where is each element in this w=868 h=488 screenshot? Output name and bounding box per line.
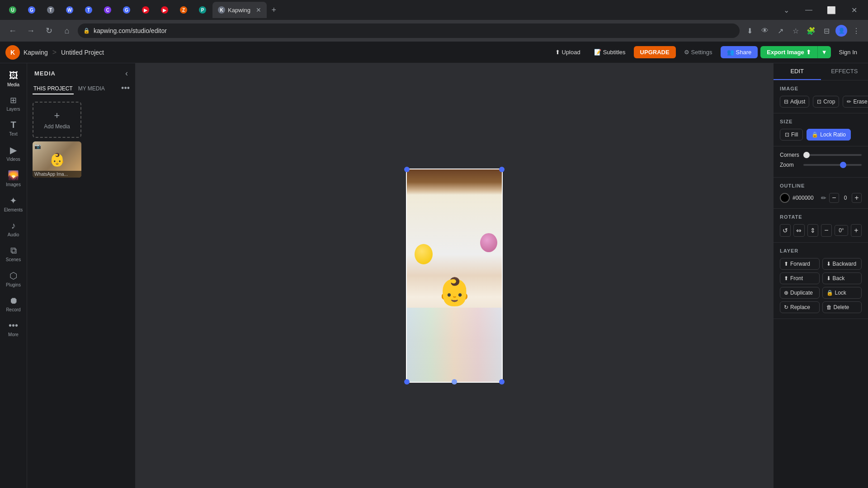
tab-google2[interactable]: G bbox=[118, 2, 136, 18]
lock-ratio-button[interactable]: 🔒 Lock Ratio bbox=[807, 129, 851, 141]
tab-wordpress[interactable]: W bbox=[61, 2, 79, 18]
tab-my-media[interactable]: MY MEDIA bbox=[77, 84, 106, 94]
export-main-button[interactable]: Export Image ⬆ bbox=[760, 46, 817, 58]
fill-button[interactable]: ⊡ Fill bbox=[780, 129, 803, 141]
forward-button[interactable]: ⬆ Forward bbox=[780, 258, 820, 270]
window-chevron[interactable]: ⌄ bbox=[776, 2, 797, 18]
handle-top-right[interactable] bbox=[499, 167, 505, 172]
outline-color-swatch[interactable] bbox=[780, 193, 790, 203]
sidebar-toggle-icon[interactable]: ⊟ bbox=[820, 24, 833, 37]
back-button[interactable]: ← bbox=[5, 23, 20, 38]
tab-this-project[interactable]: THIS PROJECT bbox=[33, 84, 74, 94]
duplicate-button[interactable]: ⊕ Duplicate bbox=[780, 287, 820, 299]
home-button[interactable]: ⌂ bbox=[60, 23, 74, 38]
sidebar-item-record[interactable]: ⏺ Record bbox=[1, 292, 26, 316]
lock-ratio-icon: 🔒 bbox=[811, 131, 818, 138]
tab-google1[interactable]: G bbox=[23, 2, 41, 18]
upgrade-button[interactable]: UPGRADE bbox=[634, 46, 676, 58]
tab-zapier[interactable]: Z bbox=[175, 2, 193, 18]
tab-yt1[interactable]: ▶ bbox=[137, 2, 155, 18]
corners-slider[interactable] bbox=[803, 154, 862, 156]
window-close[interactable]: ✕ bbox=[844, 2, 864, 18]
sidebar-item-videos[interactable]: ▶ Videos bbox=[1, 141, 26, 165]
tab-favicon-plutio: P bbox=[199, 6, 206, 14]
window-minimize[interactable]: — bbox=[798, 2, 819, 18]
tab-plutio[interactable]: P bbox=[193, 2, 212, 18]
reload-button[interactable]: ↻ bbox=[42, 23, 56, 38]
tab-favicon-zapier: Z bbox=[180, 6, 187, 14]
download-page-icon[interactable]: ⬇ bbox=[743, 24, 756, 37]
tab-upwork[interactable]: U bbox=[4, 2, 22, 18]
tab-effects[interactable]: EFFECTS bbox=[821, 63, 868, 80]
outline-plus-button[interactable]: + bbox=[852, 193, 862, 203]
duplicate-label: Duplicate bbox=[790, 290, 813, 296]
sign-in-button[interactable]: Sign In bbox=[834, 46, 863, 58]
sidebar-item-plugins[interactable]: ⬡ Plugins bbox=[1, 267, 26, 291]
forward-icon: ⬆ bbox=[784, 261, 788, 267]
tab-close-kapwing[interactable]: ✕ bbox=[256, 6, 261, 14]
upload-button[interactable]: ⬆ Upload bbox=[550, 46, 586, 58]
tab-canva[interactable]: C bbox=[99, 2, 117, 18]
extensions-icon[interactable]: 🧩 bbox=[805, 24, 817, 37]
erase-button[interactable]: ✏ Erase bbox=[843, 96, 868, 108]
sidebar-item-media[interactable]: 🖼 Media bbox=[1, 67, 26, 91]
flip-h-button[interactable]: ⇔ bbox=[793, 224, 804, 237]
back-button[interactable]: ⬇ Back bbox=[822, 272, 862, 284]
media-thumb-whatsapp[interactable]: 👶 📷 WhatsApp Ima... bbox=[33, 141, 81, 178]
outline-edit-icon[interactable]: ✏ bbox=[821, 194, 826, 202]
handle-bottom-right[interactable] bbox=[499, 379, 505, 385]
lock-button[interactable]: 🔒 Lock bbox=[822, 287, 862, 299]
sidebar-item-layers[interactable]: ⊞ Layers bbox=[1, 92, 26, 115]
tab-teevio[interactable]: T bbox=[80, 2, 98, 18]
kapwing-brand[interactable]: Kapwing bbox=[24, 49, 48, 56]
tab-edit[interactable]: EDIT bbox=[774, 63, 821, 80]
tab-kapwing[interactable]: K Kapwing ✕ bbox=[212, 2, 267, 18]
new-tab-button[interactable]: + bbox=[268, 4, 280, 16]
sidebar-item-elements[interactable]: ✦ Elements bbox=[1, 192, 26, 216]
backward-button[interactable]: ⬇ Backward bbox=[822, 258, 862, 270]
scenes-icon: ⧉ bbox=[10, 245, 17, 256]
outline-minus-button[interactable]: − bbox=[829, 193, 839, 203]
sidebar-item-text[interactable]: T Text bbox=[1, 116, 26, 140]
subtitles-button[interactable]: 📝 Subtitles bbox=[589, 46, 631, 58]
rotate-minus-button[interactable]: − bbox=[821, 224, 832, 237]
add-media-box[interactable]: + Add Media bbox=[33, 102, 81, 138]
export-dropdown-button[interactable]: ▼ bbox=[817, 46, 831, 58]
sidebar-item-images[interactable]: 🌄 Images bbox=[1, 166, 26, 191]
browser-menu-icon[interactable]: ⋮ bbox=[850, 24, 863, 37]
address-url: kapwing.com/studio/editor bbox=[94, 27, 167, 34]
address-bar[interactable]: 🔒 kapwing.com/studio/editor bbox=[78, 23, 740, 38]
panel-collapse-button[interactable]: ‹ bbox=[125, 69, 128, 78]
reader-mode-icon[interactable]: 👁 bbox=[759, 24, 771, 37]
media-more-button[interactable]: ••• bbox=[121, 84, 130, 94]
rotate-ccw-button[interactable]: ↺ bbox=[780, 224, 791, 237]
adjust-button[interactable]: ⊟ Adjust bbox=[780, 96, 809, 108]
sidebar-item-audio[interactable]: ♪ Audio bbox=[1, 217, 26, 241]
window-maximize[interactable]: ⬜ bbox=[821, 2, 842, 18]
zoom-slider[interactable] bbox=[803, 164, 862, 166]
handle-bottom-left[interactable] bbox=[404, 379, 410, 385]
tab-yt2[interactable]: ▶ bbox=[156, 2, 174, 18]
address-bar-row: ← → ↻ ⌂ 🔒 kapwing.com/studio/editor ⬇ 👁 … bbox=[0, 20, 868, 42]
delete-button[interactable]: 🗑 Delete bbox=[822, 301, 862, 313]
share-button[interactable]: 👥 Share bbox=[721, 46, 758, 58]
crop-button[interactable]: ⊡ Crop bbox=[813, 96, 839, 108]
bookmark-icon[interactable]: ☆ bbox=[789, 24, 802, 37]
handle-bottom-center[interactable] bbox=[452, 379, 457, 385]
flip-v-button[interactable]: ⇕ bbox=[807, 224, 818, 237]
sidebar-item-scenes[interactable]: ⧉ Scenes bbox=[1, 242, 26, 266]
canvas-image-container[interactable]: 👶 bbox=[406, 169, 503, 383]
replace-button[interactable]: ↻ Replace bbox=[780, 301, 820, 313]
sidebar-item-more[interactable]: ••• More bbox=[1, 317, 26, 341]
user-profile-icon[interactable]: 👤 bbox=[835, 25, 847, 37]
settings-button[interactable]: ⚙ Settings bbox=[679, 46, 718, 58]
rotate-plus-button[interactable]: + bbox=[851, 224, 862, 237]
tab-thrive[interactable]: T bbox=[42, 2, 60, 18]
fill-icon: ⊡ bbox=[785, 131, 789, 138]
forward-button[interactable]: → bbox=[24, 23, 38, 38]
tab-favicon-upwork: U bbox=[9, 6, 16, 14]
share-page-icon[interactable]: ↗ bbox=[774, 24, 787, 37]
front-button[interactable]: ⬆ Front bbox=[780, 272, 820, 284]
handle-top-left[interactable] bbox=[404, 167, 410, 172]
project-name[interactable]: Untitled Project bbox=[61, 49, 104, 56]
